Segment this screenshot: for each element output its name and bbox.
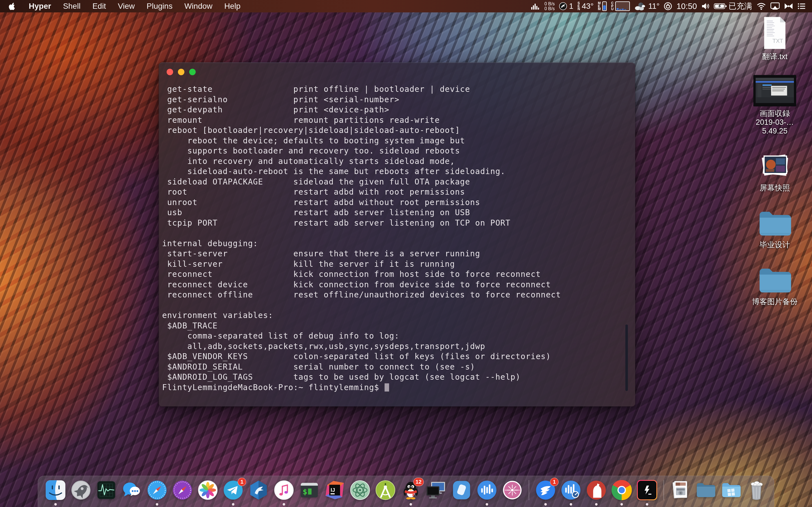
dock-item-dingtalk[interactable]: 1 — [536, 480, 556, 500]
notification-badge: 1 — [238, 478, 246, 486]
status-weather[interactable]: 11° — [634, 2, 659, 11]
running-indicator — [620, 503, 623, 506]
desktop-icon-screen-recording[interactable]: 画面収録2019-03-…5.49.25 — [744, 73, 805, 135]
desktop-icon-translation-txt[interactable]: TXT翻译.txt — [761, 16, 788, 61]
running-indicator — [54, 503, 57, 506]
desktop-icon-blog-images-backup-folder[interactable]: 博客图片备份 — [752, 261, 798, 306]
dock-item-istat[interactable] — [561, 480, 581, 500]
signal-bars-icon — [530, 2, 540, 10]
apple-menu-icon[interactable] — [8, 2, 15, 10]
status-volume[interactable] — [701, 3, 710, 10]
menu-hyper[interactable]: Hyper — [29, 2, 51, 11]
chrome-icon — [612, 480, 632, 500]
bear-icon — [586, 480, 606, 500]
window-titlebar[interactable] — [159, 63, 635, 81]
dock-item-paste[interactable] — [451, 480, 472, 500]
status-memory[interactable]: MEM — [598, 1, 607, 11]
weather-cloud-icon — [634, 2, 647, 11]
desktop-icon-label: 屏幕快照 — [760, 184, 790, 192]
sensor-label: SEN — [577, 2, 580, 11]
dock-item-remote-desktop[interactable] — [426, 480, 446, 500]
cpu-graph-icon — [615, 1, 630, 11]
status-list-menu[interactable] — [797, 3, 806, 10]
scrollbar-thumb[interactable] — [625, 325, 628, 391]
dock-item-folder-blue[interactable] — [696, 480, 716, 500]
desktop-icon-label: 翻译.txt — [762, 52, 788, 61]
dock-item-telegram[interactable]: 1 — [223, 480, 243, 500]
dock-item-qq[interactable]: 12 — [401, 480, 421, 500]
svg-text:$: $ — [303, 487, 307, 496]
paste-icon — [451, 480, 472, 500]
dock-item-intellij[interactable]: IJ — [324, 480, 345, 500]
dock-item-atom[interactable] — [350, 480, 370, 500]
remote-desktop-icon — [426, 480, 446, 500]
dock-item-activity-monitor[interactable] — [96, 480, 116, 500]
status-cpu[interactable]: CPU — [611, 1, 630, 11]
terminal-cursor — [385, 383, 389, 392]
status-power-menu[interactable] — [664, 2, 672, 10]
status-cpu-history[interactable] — [530, 2, 540, 10]
dock-item-chrome[interactable] — [612, 480, 632, 500]
status-sensor-temp[interactable]: SEN 43° — [577, 2, 594, 11]
terminal-content[interactable]: get-state print offline | bootloader | d… — [159, 81, 635, 393]
status-battery[interactable]: 已充满 — [714, 1, 752, 11]
txt-file-icon: TXT — [761, 16, 788, 50]
zoom-button[interactable] — [189, 69, 196, 75]
menu-help[interactable]: Help — [224, 2, 241, 11]
dock-item-finder[interactable] — [45, 480, 66, 500]
dock-item-terminal[interactable]: $ — [299, 480, 319, 500]
dock-item-documents-stack[interactable] — [670, 480, 691, 500]
status-clock[interactable]: 10:50 — [676, 2, 697, 11]
android-studio-icon — [375, 480, 396, 500]
dock-item-launchpad[interactable] — [71, 480, 91, 500]
net-download: 0 B/s — [545, 6, 555, 11]
hyper-terminal-window[interactable]: get-state print offline | bootloader | d… — [159, 62, 635, 406]
clock-text: 10:50 — [676, 2, 697, 11]
list-icon — [797, 3, 806, 10]
status-bird-app[interactable]: 1 — [559, 2, 573, 11]
dock-item-hyper[interactable] — [637, 480, 657, 500]
dock-item-bear[interactable] — [586, 480, 606, 500]
close-button[interactable] — [167, 69, 173, 75]
dock-item-android-studio[interactable] — [375, 480, 396, 500]
desktop-icon-label: 毕业设计 — [760, 240, 790, 249]
menu-window[interactable]: Window — [185, 2, 213, 11]
menu-view[interactable]: View — [118, 2, 135, 11]
folder-icon — [756, 267, 793, 295]
desktop-icon-label: 2019-03-…5.49.25 — [744, 118, 805, 135]
dock-item-photos[interactable] — [198, 480, 218, 500]
menu-bar: HyperShellEditViewPluginsWindowHelp 0 B/… — [0, 0, 812, 12]
chrome-icon — [612, 480, 632, 500]
dock-item-itunes[interactable] — [274, 480, 294, 500]
photo-stack-icon — [758, 153, 792, 181]
dock-item-trash-full[interactable] — [746, 480, 767, 500]
launchpad-icon — [71, 480, 91, 500]
status-airplay[interactable] — [770, 2, 780, 10]
photos-art — [758, 147, 792, 181]
desktop-icon-column: TXT翻译.txt画面収録2019-03-…5.49.25屏幕快照毕业设计博客图… — [744, 16, 805, 306]
desktop-icon-screenshots-stack[interactable]: 屏幕快照 — [758, 147, 792, 192]
running-indicator — [486, 503, 488, 506]
status-bowtie-app[interactable] — [784, 3, 793, 10]
dock-item-equalizer[interactable] — [477, 480, 497, 500]
status-wifi[interactable] — [756, 3, 766, 10]
hyper-icon — [637, 480, 657, 500]
dock-item-messages[interactable] — [121, 480, 142, 500]
equalizer-icon — [477, 480, 497, 500]
dock-item-safari-tech-preview[interactable] — [172, 480, 193, 500]
dock-item-bird-hexagon[interactable] — [248, 480, 269, 500]
minimize-button[interactable] — [178, 69, 185, 75]
menu-plugins[interactable]: Plugins — [147, 2, 172, 11]
status-network-speed[interactable]: 0 B/s0 B/s — [545, 1, 555, 11]
desktop-icon-label: 画面収録 — [760, 109, 790, 118]
dock-item-folder-windows[interactable] — [721, 480, 741, 500]
bowtie-icon — [784, 3, 793, 10]
terminal-prompt-line[interactable]: FlintyLemmingdeMacBook-Pro:~ flintylemmi… — [162, 383, 628, 393]
menu-edit[interactable]: Edit — [93, 2, 106, 11]
menu-shell[interactable]: Shell — [63, 2, 80, 11]
dock-item-safari[interactable] — [147, 480, 167, 500]
dock-item-starburst[interactable] — [502, 480, 522, 500]
desktop-icon-graduation-project-folder[interactable]: 毕业设计 — [756, 204, 793, 249]
hyper-icon — [637, 480, 657, 500]
svg-text:IJ: IJ — [331, 487, 335, 493]
